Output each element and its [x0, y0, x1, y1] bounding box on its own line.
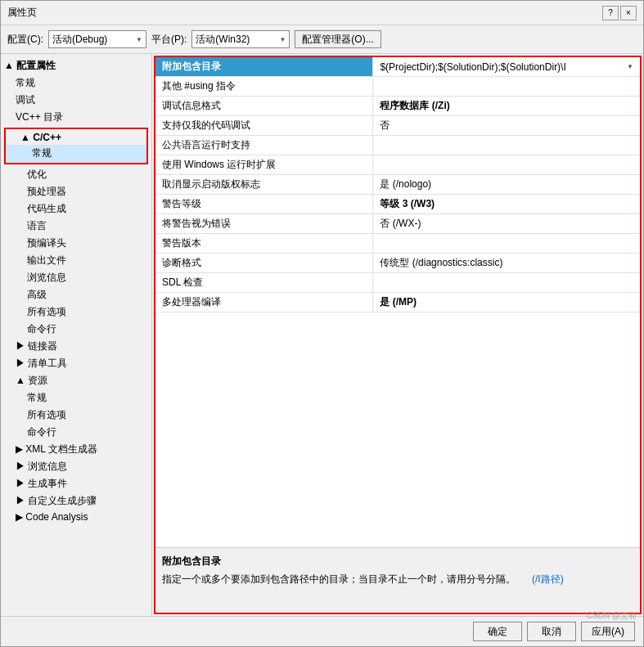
- value-dropdown-arrow: ▼: [627, 63, 633, 70]
- prop-name-6: 警告等级: [155, 195, 373, 213]
- tree-item-custom-build[interactable]: ▶ 自定义生成步骤: [1, 492, 151, 510]
- prop-name-11: 多处理器编译: [155, 293, 373, 312]
- prop-value-3: [373, 136, 640, 155]
- config-label: 配置(C):: [7, 33, 43, 47]
- desc-text: 指定一个或多个要添加到包含路径中的目录；当目录不止一个时，请用分号分隔。 (/I…: [162, 572, 633, 586]
- prop-row-7[interactable]: 将警告视为错误 否 (/WX-): [155, 214, 640, 234]
- title-bar-right: ? ×: [602, 6, 637, 20]
- right-panel: 附加包含目录 $(ProjectDir);$(SolutionDir);$(So…: [154, 56, 642, 614]
- tree-item-cpp-optimize[interactable]: 优化: [1, 166, 151, 183]
- prop-row-2[interactable]: 支持仅我的代码调试 否: [155, 116, 640, 136]
- prop-value-6: 等级 3 (/W3): [373, 195, 640, 213]
- prop-name-0: 其他 #using 指令: [155, 77, 373, 96]
- tree-item-cpp-browse[interactable]: 浏览信息: [1, 269, 151, 286]
- dialog-title: 属性页: [7, 6, 37, 20]
- tree-item-cpp-codegen[interactable]: 代码生成: [1, 200, 151, 218]
- prop-name-8: 警告版本: [155, 234, 373, 253]
- ok-button[interactable]: 确定: [473, 622, 522, 641]
- tree-item-resources[interactable]: ▲ 资源: [1, 372, 151, 389]
- tree-item-xml-gen[interactable]: ▶ XML 文档生成器: [1, 441, 151, 458]
- platform-label: 平台(P):: [151, 33, 187, 47]
- prop-row-11[interactable]: 多处理器编译 是 (/MP): [155, 293, 640, 312]
- platform-combo-arrow: ▼: [279, 36, 286, 43]
- tree-item-cpp-preproc[interactable]: 预处理器: [1, 183, 151, 200]
- prop-row-1[interactable]: 调试信息格式 程序数据库 (/Zi): [155, 97, 640, 116]
- prop-name-selected: 附加包含目录: [155, 57, 373, 76]
- tree-item-browse-info[interactable]: ▶ 浏览信息: [1, 458, 151, 475]
- prop-row-5[interactable]: 取消显示启动版权标志 是 (/nologo): [155, 175, 640, 195]
- prop-name-10: SDL 检查: [155, 273, 373, 292]
- tree-item-cpp-pch[interactable]: 预编译头: [1, 235, 151, 252]
- tree-item-cpp-output[interactable]: 输出文件: [1, 252, 151, 269]
- tree-item-cpp-all[interactable]: 所有选项: [1, 303, 151, 321]
- prop-value-4: [373, 155, 640, 174]
- toolbar-row: 配置(C): 活动(Debug) ▼ 平台(P): 活动(Win32) ▼ 配置…: [1, 25, 643, 54]
- property-table: 附加包含目录 $(ProjectDir);$(SolutionDir);$(So…: [155, 57, 640, 547]
- help-button[interactable]: ?: [602, 6, 619, 20]
- prop-row-6[interactable]: 警告等级 等级 3 (/W3): [155, 195, 640, 214]
- prop-value-selected: $(ProjectDir);$(SolutionDir);$(SolutionD…: [373, 57, 640, 76]
- bottom-bar: 确定 取消 应用(A): [1, 616, 643, 646]
- cancel-button[interactable]: 取消: [527, 622, 576, 641]
- tree-item-cpp-lang[interactable]: 语言: [1, 218, 151, 235]
- main-content: ▲ 配置属性 常规 调试 VC++ 目录 ▲ C/C++ 常规 优化: [1, 54, 643, 616]
- tree-item-code-analysis[interactable]: ▶ Code Analysis: [1, 510, 151, 524]
- prop-row-0[interactable]: 其他 #using 指令: [155, 77, 640, 97]
- prop-row-selected[interactable]: 附加包含目录 $(ProjectDir);$(SolutionDir);$(So…: [155, 57, 640, 77]
- desc-hint: (/I路径): [532, 573, 564, 585]
- tree-item-cpp-general[interactable]: 常规: [6, 145, 146, 162]
- manager-button[interactable]: 配置管理器(O)...: [295, 30, 381, 48]
- prop-value-9: 传统型 (/diagnostics:classic): [373, 254, 640, 272]
- config-combo-arrow: ▼: [136, 36, 142, 43]
- prop-value-2: 否: [373, 116, 640, 135]
- tree-item-manifest[interactable]: ▶ 清单工具: [1, 355, 151, 372]
- description-panel: 附加包含目录 指定一个或多个要添加到包含路径中的目录；当目录不止一个时，请用分号…: [155, 547, 640, 613]
- prop-name-3: 公共语言运行时支持: [155, 136, 373, 155]
- tree-item-res-all[interactable]: 所有选项: [1, 407, 151, 424]
- prop-value-1: 程序数据库 (/Zi): [373, 97, 640, 115]
- prop-value-11: 是 (/MP): [373, 293, 640, 312]
- prop-name-9: 诊断格式: [155, 254, 373, 272]
- title-bar: 属性页 ? ×: [1, 1, 643, 25]
- title-bar-left: 属性页: [7, 6, 37, 20]
- tree-item-general[interactable]: 常规: [1, 74, 151, 92]
- prop-value-0: [373, 77, 640, 96]
- tree-item-debug[interactable]: 调试: [1, 92, 151, 109]
- prop-row-10[interactable]: SDL 检查: [155, 273, 640, 293]
- prop-name-4: 使用 Windows 运行时扩展: [155, 155, 373, 174]
- apply-button[interactable]: 应用(A): [581, 622, 635, 641]
- prop-row-9[interactable]: 诊断格式 传统型 (/diagnostics:classic): [155, 254, 640, 273]
- tree-item-cpp-cmd[interactable]: 命令行: [1, 321, 151, 338]
- tree-item-res-general[interactable]: 常规: [1, 389, 151, 407]
- platform-combo[interactable]: 活动(Win32) ▼: [191, 30, 290, 48]
- tree-item-vc-dirs[interactable]: VC++ 目录: [1, 109, 151, 126]
- prop-name-1: 调试信息格式: [155, 97, 373, 115]
- prop-name-2: 支持仅我的代码调试: [155, 116, 373, 135]
- tree-item-res-cmd[interactable]: 命令行: [1, 424, 151, 441]
- tree-item-config-props[interactable]: ▲ 配置属性: [1, 57, 151, 74]
- desc-title: 附加包含目录: [162, 555, 633, 568]
- prop-row-4[interactable]: 使用 Windows 运行时扩展: [155, 155, 640, 175]
- config-combo[interactable]: 活动(Debug) ▼: [48, 30, 146, 48]
- properties-dialog: 属性页 ? × 配置(C): 活动(Debug) ▼ 平台(P): 活动(Win…: [0, 0, 644, 647]
- code-analysis-label: ▶ Code Analysis: [16, 511, 88, 523]
- tree-item-build-events[interactable]: ▶ 生成事件: [1, 475, 151, 492]
- platform-value: 活动(Win32): [196, 33, 250, 47]
- prop-row-8[interactable]: 警告版本: [155, 234, 640, 254]
- tree-item-cpp-adv[interactable]: 高级: [1, 286, 151, 303]
- prop-name-5: 取消显示启动版权标志: [155, 175, 373, 194]
- watermark: CSDN @文驿: [587, 610, 637, 622]
- close-button[interactable]: ×: [620, 6, 637, 20]
- tree-item-linker[interactable]: ▶ 链接器: [1, 338, 151, 355]
- prop-value-5: 是 (/nologo): [373, 175, 640, 194]
- prop-value-7: 否 (/WX-): [373, 214, 640, 233]
- prop-value-8: [373, 234, 640, 253]
- prop-value-10: [373, 273, 640, 292]
- tree-item-cpp[interactable]: ▲ C/C++: [6, 130, 146, 145]
- config-value: 活动(Debug): [52, 33, 107, 47]
- prop-name-7: 将警告视为错误: [155, 214, 373, 233]
- left-panel: ▲ 配置属性 常规 调试 VC++ 目录 ▲ C/C++ 常规 优化: [1, 54, 152, 616]
- prop-row-3[interactable]: 公共语言运行时支持: [155, 136, 640, 155]
